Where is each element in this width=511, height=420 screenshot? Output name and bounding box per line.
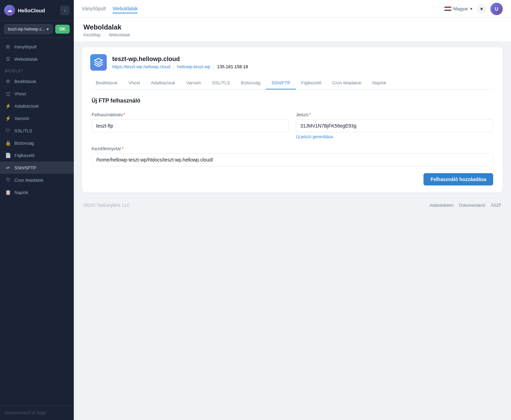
sidebar-item-label: Naplók	[14, 190, 28, 195]
form-group-password: Jelszó* Új jelszó generálása	[296, 112, 493, 139]
tab-ssltls[interactable]: SSL/TLS	[207, 77, 235, 89]
submit-button[interactable]: Felhasználó hozzáadása	[423, 173, 493, 185]
dashboard-icon: ⊞	[5, 44, 11, 50]
sidebar-footer[interactable]: Dokumentáció & Súgó	[0, 405, 74, 420]
footer-links: Adatvédelem Dokumentáció ÁSZF	[430, 203, 501, 208]
tab-fajlkezelo[interactable]: Fájlkezelő	[296, 77, 327, 89]
language-label: Magyar	[453, 6, 468, 11]
form-submit-row: Felhasználó hozzáadása	[92, 173, 493, 185]
sidebar-item-label: Weboldalak	[14, 57, 38, 62]
sun-icon: ☀	[479, 6, 484, 12]
dir-input[interactable]	[92, 153, 493, 166]
sidebar-item-label: SSL/TLS	[14, 128, 32, 133]
site-slug-link[interactable]: hellowp-teszt-wp	[177, 64, 210, 69]
password-input[interactable]	[296, 119, 493, 132]
sidebar-item-weboldalak[interactable]: ☰ Weboldalak	[0, 53, 74, 65]
theme-toggle-button[interactable]: ☀	[477, 4, 486, 14]
site-card: teszt-wp.hellowp.cloud https://teszt-wp.…	[82, 47, 503, 192]
sidebar-item-label: Adatbázisok	[14, 104, 39, 109]
varnish-icon: ⚡	[5, 115, 11, 121]
topnav-links: Irányítópult Weboldalak	[82, 4, 138, 13]
top-navigation: Irányítópult Weboldalak Magyar ▾ ☀ U	[74, 0, 511, 18]
site-info: teszt-wp.hellowp.cloud https://teszt-wp.…	[90, 54, 495, 71]
sidebar-back-button[interactable]: ‹	[60, 5, 70, 15]
form-title: Új FTP felhasználó	[92, 98, 493, 104]
footer-adatvedelm[interactable]: Adatvédelem	[430, 203, 454, 208]
site-dropdown-value: teszt-wp.hellowp.c...	[8, 27, 45, 32]
breadcrumb-separator: →	[103, 33, 107, 37]
websites-icon: ☰	[5, 56, 11, 62]
footer-dokumentacio[interactable]: Dokumentáció	[459, 203, 486, 208]
sidebar-item-ssltls[interactable]: 🛡 SSL/TLS	[0, 124, 74, 137]
sidebar-item-adatbazisok[interactable]: ⚡ Adatbázisok	[0, 100, 74, 112]
vhost-icon: ◫	[5, 91, 11, 97]
flag-icon	[444, 7, 451, 11]
sidebar-item-iranyitopult[interactable]: ⊞ Irányítópult	[0, 40, 74, 53]
tab-cron[interactable]: Cron feladatok	[327, 77, 367, 89]
generate-password-link[interactable]: Új jelszó generálása	[296, 134, 493, 139]
breadcrumb-home: Kezdőlap	[83, 33, 101, 37]
form-section: Új FTP felhasználó Felhasználónév* Jelsz…	[90, 98, 495, 185]
password-required-star: *	[309, 112, 311, 117]
topnav-right: Magyar ▾ ☀ U	[444, 3, 503, 15]
page-title: Weboldalak	[83, 23, 501, 31]
form-group-dir: Kezdőkönyvtár*	[92, 146, 493, 166]
sidebar-item-vhost[interactable]: ◫ Vhost	[0, 87, 74, 100]
site-url-link[interactable]: https://teszt-wp.hellowp.cloud	[112, 64, 171, 69]
links-separator-2: |	[213, 64, 214, 69]
tab-varnish[interactable]: Varnish	[181, 77, 207, 89]
dir-required-star: *	[122, 146, 124, 151]
form-row-user-pass: Felhasználónév* Jelszó* Új jelszó generá…	[92, 112, 493, 139]
username-input[interactable]	[92, 119, 289, 132]
sidebar-item-sshsftp[interactable]: ⇌ SSH/SFTP	[0, 161, 74, 174]
tab-adatbazisok[interactable]: Adatbázisok	[146, 77, 181, 89]
topnav-iranyitopult[interactable]: Irányítópult	[82, 4, 106, 13]
sidebar-item-label: SSH/SFTP	[14, 165, 36, 170]
sidebar-item-label: Beállítások	[14, 79, 36, 84]
tab-bar: Beállítások Vhost Adatbázisok Varnish SS…	[90, 77, 495, 89]
topnav-weboldalak[interactable]: Weboldalak	[113, 4, 138, 13]
sidebar-item-naplok[interactable]: 📋 Naplók	[0, 186, 74, 199]
tab-naplok[interactable]: Naplók	[367, 77, 392, 89]
logo-icon: ☁	[4, 5, 15, 16]
tab-vhost[interactable]: Vhost	[123, 77, 146, 89]
language-selector[interactable]: Magyar ▾	[444, 6, 473, 11]
sidebar-item-label: Fájlkezelő	[14, 153, 35, 158]
sidebar-item-varnish[interactable]: ⚡ Varnish	[0, 112, 74, 124]
ssh-icon: ⇌	[5, 165, 11, 171]
sidebar-item-cron[interactable]: ⏱ Cron feladatok	[0, 174, 74, 186]
sidebar-item-label: Vhost	[14, 91, 26, 96]
page-header: Weboldalak Kezdőlap → Weboldalak	[74, 18, 511, 42]
site-ok-button[interactable]: OK	[55, 25, 70, 34]
security-icon: 🔒	[5, 140, 11, 146]
page-footer: 2023© TooEarlyBird, LLC Adatvédelem Doku…	[74, 198, 511, 213]
site-details: teszt-wp.hellowp.cloud https://teszt-wp.…	[112, 56, 248, 69]
links-separator-1: |	[173, 64, 174, 69]
nav-section-label: MŰVELET	[0, 65, 74, 75]
footer-aszf[interactable]: ÁSZF	[491, 203, 501, 208]
tab-biztonsag[interactable]: Biztonság	[235, 77, 266, 89]
form-group-username: Felhasználónév*	[92, 112, 289, 139]
site-logo	[90, 54, 107, 71]
sidebar-item-biztonsag[interactable]: 🔒 Biztonság	[0, 137, 74, 149]
content-area: Weboldalak Kezdőlap → Weboldalak teszt-w…	[74, 18, 511, 420]
breadcrumb: Kezdőlap → Weboldalak	[83, 33, 501, 37]
footer-copyright: 2023© TooEarlyBird, LLC	[83, 203, 130, 208]
breadcrumb-current: Weboldalak	[109, 33, 130, 37]
site-dropdown[interactable]: teszt-wp.hellowp.c... ▾	[4, 24, 53, 34]
filemanager-icon: 📄	[5, 152, 11, 158]
main-area: Irányítópult Weboldalak Magyar ▾ ☀ U Web…	[74, 0, 511, 420]
form-row-dir: Kezdőkönyvtár*	[92, 146, 493, 166]
sidebar-item-label: Cron feladatok	[14, 178, 44, 183]
user-avatar[interactable]: U	[490, 3, 503, 15]
sidebar-item-fajlkezelo[interactable]: 📄 Fájlkezelő	[0, 149, 74, 161]
username-label: Felhasználónév*	[92, 112, 289, 117]
tab-beallitasok[interactable]: Beállítások	[90, 77, 123, 89]
tab-sshftp[interactable]: SSH/FTP	[266, 77, 296, 89]
sidebar-header: ☁ HelloCloud ‹	[0, 0, 74, 21]
site-ip: 135.181.158.18	[217, 64, 248, 69]
logo-area: ☁ HelloCloud	[4, 5, 45, 16]
sidebar-item-label: Irányítópult	[14, 44, 36, 49]
sidebar-item-beallitasok[interactable]: ⚙ Beállítások	[0, 75, 74, 87]
brand-name: HelloCloud	[18, 8, 45, 13]
